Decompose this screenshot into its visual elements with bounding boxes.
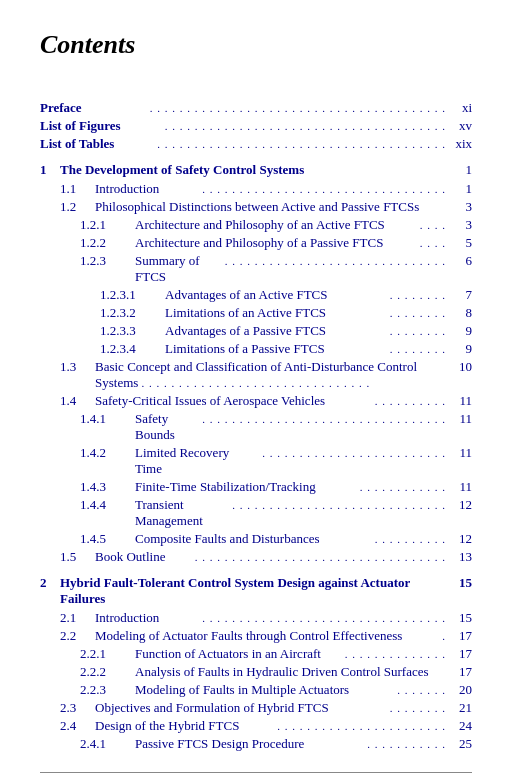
chapter-1-title: The Development of Safety Control System… [60,162,452,178]
front-matter-tables[interactable]: List of Tables . . . . . . . . . . . . .… [40,136,472,152]
sec-1-5-dots: . . . . . . . . . . . . . . . . . . . . … [195,551,446,563]
sec-2-2-title: Modeling of Actuator Faults through Cont… [95,628,438,644]
sec-1-4-3-title: Finite-Time Stabilization/Tracking [135,479,356,495]
section-2-2[interactable]: 2.2 Modeling of Actuator Faults through … [40,628,472,644]
tables-label: List of Tables [40,136,153,152]
sec-1-4-4-page: 12 [450,497,472,513]
sec-1-4-1-page: 11 [450,411,472,427]
sec-2-4-1-title: Passive FTCS Design Procedure [135,736,363,752]
sec-1-5-title: Book Outline [95,549,191,565]
sec-2-2-1-dots: . . . . . . . . . . . . . . [345,648,446,660]
section-1-2-3-1[interactable]: 1.2.3.1 Advantages of an Active FTCS . .… [40,287,472,303]
section-1-2-3-3[interactable]: 1.2.3.3 Advantages of a Passive FTCS . .… [40,323,472,339]
sec-2-4-title: Design of the Hybrid FTCS [95,718,273,734]
chapter-2-title: Hybrid Fault-Tolerant Control System Des… [60,575,450,607]
section-2-3[interactable]: 2.3 Objectives and Formulation of Hybrid… [40,700,472,716]
sec-1-2-3-1-title: Advantages of an Active FTCS [165,287,386,303]
sec-1-4-5-num: 1.4.5 [80,531,135,547]
sec-1-4-3-page: 11 [450,479,472,495]
sec-1-2-3-title: Summary of FTCS [135,253,221,285]
chapter-1-header[interactable]: 1 The Development of Safety Control Syst… [40,162,472,178]
sec-1-3-title: Basic Concept and Classification of Anti… [95,359,450,391]
sec-1-4-4-num: 1.4.4 [80,497,135,513]
sec-2-2-1-page: 17 [450,646,472,662]
sec-2-2-1-num: 2.2.1 [80,646,135,662]
sec-2-3-page: 21 [450,700,472,716]
sec-1-4-2-page: 11 [450,445,472,461]
section-1-4-2[interactable]: 1.4.2 Limited Recovery Time . . . . . . … [40,445,472,477]
sec-2-4-dots: . . . . . . . . . . . . . . . . . . . . … [277,720,446,732]
sec-1-2-2-num: 1.2.2 [80,235,135,251]
sec-2-1-page: 15 [450,610,472,626]
sec-1-2-3-3-dots: . . . . . . . . [390,325,446,337]
sec-1-1-num: 1.1 [60,181,95,197]
sec-1-2-3-dots: . . . . . . . . . . . . . . . . . . . . … [225,255,446,267]
sec-1-2-3-4-dots: . . . . . . . . [390,343,446,355]
section-1-2-3-4[interactable]: 1.2.3.4 Limitations of a Passive FTCS . … [40,341,472,357]
sec-2-3-title: Objectives and Formulation of Hybrid FTC… [95,700,386,716]
sec-2-2-3-dots: . . . . . . . [397,684,446,696]
section-1-1[interactable]: 1.1 Introduction . . . . . . . . . . . .… [40,181,472,197]
chapter-2: 2 Hybrid Fault-Tolerant Control System D… [40,575,472,752]
section-2-4-1[interactable]: 2.4.1 Passive FTCS Design Procedure . . … [40,736,472,752]
sec-2-2-1-title: Function of Actuators in an Aircraft [135,646,341,662]
preface-dots: . . . . . . . . . . . . . . . . . . . . … [150,102,446,114]
sec-1-4-dots: . . . . . . . . . . [375,395,446,407]
sec-1-4-num: 1.4 [60,393,95,409]
chapter-1: 1 The Development of Safety Control Syst… [40,162,472,565]
sec-1-4-title: Safety-Critical Issues of Aerospace Vehi… [95,393,371,409]
sec-1-2-page: 3 [450,199,472,215]
section-1-4-4[interactable]: 1.4.4 Transient Management . . . . . . .… [40,497,472,529]
section-2-4[interactable]: 2.4 Design of the Hybrid FTCS . . . . . … [40,718,472,734]
sec-1-2-3-page: 6 [450,253,472,269]
section-2-2-2[interactable]: 2.2.2 Analysis of Faults in Hydraulic Dr… [40,664,472,680]
sec-1-2-3-1-num: 1.2.3.1 [100,287,165,303]
section-2-1[interactable]: 2.1 Introduction . . . . . . . . . . . .… [40,610,472,626]
sec-1-2-3-2-dots: . . . . . . . . [390,307,446,319]
preface-label: Preface [40,100,146,116]
sec-1-5-page: 13 [450,549,472,565]
front-matter-preface[interactable]: Preface . . . . . . . . . . . . . . . . … [40,100,472,116]
section-1-4-5[interactable]: 1.4.5 Composite Faults and Disturbances … [40,531,472,547]
sec-1-4-2-num: 1.4.2 [80,445,135,461]
sec-1-1-dots: . . . . . . . . . . . . . . . . . . . . … [202,183,446,195]
chapter-1-page: 1 [452,162,472,178]
sec-1-2-3-3-title: Advantages of a Passive FTCS [165,323,386,339]
section-2-2-1[interactable]: 2.2.1 Function of Actuators in an Aircra… [40,646,472,662]
section-1-4-1[interactable]: 1.4.1 Safety Bounds . . . . . . . . . . … [40,411,472,443]
section-2-2-3[interactable]: 2.2.3 Modeling of Faults in Multiple Act… [40,682,472,698]
sec-1-2-3-1-page: 7 [450,287,472,303]
sec-1-2-2-page: 5 [450,235,472,251]
sec-1-2-3-2-title: Limitations of an Active FTCS [165,305,386,321]
sec-1-2-3-4-num: 1.2.3.4 [100,341,165,357]
sec-1-4-2-title: Limited Recovery Time [135,445,258,477]
figures-page: xv [450,118,472,134]
section-1-2[interactable]: 1.2 Philosophical Distinctions between A… [40,199,472,215]
tables-dots: . . . . . . . . . . . . . . . . . . . . … [157,138,446,150]
sec-2-4-page: 24 [450,718,472,734]
sec-2-3-dots: . . . . . . . . [390,702,446,714]
sec-2-4-1-num: 2.4.1 [80,736,135,752]
sec-1-4-page: 11 [450,393,472,409]
sec-2-2-2-num: 2.2.2 [80,664,135,680]
section-1-2-3[interactable]: 1.2.3 Summary of FTCS . . . . . . . . . … [40,253,472,285]
section-1-4-3[interactable]: 1.4.3 Finite-Time Stabilization/Tracking… [40,479,472,495]
chapter-2-header[interactable]: 2 Hybrid Fault-Tolerant Control System D… [40,575,472,607]
sec-1-4-5-dots: . . . . . . . . . . [375,533,446,545]
sec-2-2-2-title: Analysis of Faults in Hydraulic Driven C… [135,664,442,680]
section-1-5[interactable]: 1.5 Book Outline . . . . . . . . . . . .… [40,549,472,565]
sec-1-4-1-dots: . . . . . . . . . . . . . . . . . . . . … [202,413,446,425]
section-1-2-3-2[interactable]: 1.2.3.2 Limitations of an Active FTCS . … [40,305,472,321]
section-1-2-2[interactable]: 1.2.2 Architecture and Philosophy of a P… [40,235,472,251]
sec-1-2-2-title: Architecture and Philosophy of a Passive… [135,235,416,251]
section-1-3-wrap[interactable]: 1.3 Basic Concept and Classification of … [40,359,472,391]
sec-1-2-3-4-page: 9 [450,341,472,357]
front-matter-figures[interactable]: List of Figures . . . . . . . . . . . . … [40,118,472,134]
section-1-4[interactable]: 1.4 Safety-Critical Issues of Aerospace … [40,393,472,409]
toc-container: Preface . . . . . . . . . . . . . . . . … [40,100,472,752]
sec-2-4-num: 2.4 [60,718,95,734]
section-1-2-1[interactable]: 1.2.1 Architecture and Philosophy of an … [40,217,472,233]
sec-1-4-2-dots: . . . . . . . . . . . . . . . . . . . . … [262,447,446,459]
sec-1-1-page: 1 [450,181,472,197]
sec-1-5-num: 1.5 [60,549,95,565]
